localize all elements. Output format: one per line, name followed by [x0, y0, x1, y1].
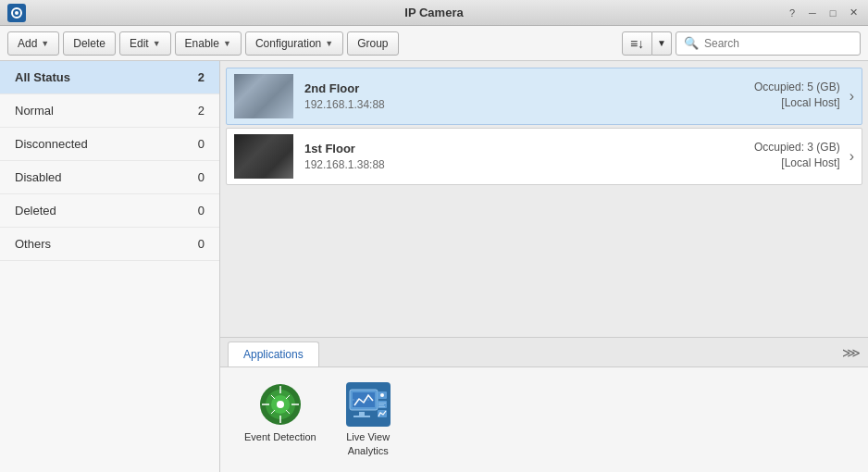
- camera-item-cam2[interactable]: 1st Floor 192.168.1.38:88 Occupied: 3 (G…: [226, 128, 862, 185]
- sidebar-item-count-all-status: 2: [198, 70, 205, 84]
- applications-panel: Applications ⋙ Event Detection: [220, 337, 868, 472]
- sidebar-item-count-deleted: 0: [198, 204, 205, 217]
- svg-point-2: [15, 11, 19, 15]
- delete-button[interactable]: Delete: [63, 31, 116, 56]
- app-label-event-detection: Event Detection: [244, 430, 316, 443]
- camera-occupied-cam1: Occupied: 5 (GB): [754, 81, 840, 93]
- sort-button[interactable]: ≡↓: [622, 31, 652, 56]
- camera-name-cam2: 1st Floor: [304, 142, 754, 155]
- sidebar-item-label-disconnected: Disconnected: [15, 137, 88, 151]
- window-controls: ? ─ □ ✕: [785, 6, 861, 20]
- svg-point-23: [380, 393, 384, 397]
- maximize-button[interactable]: □: [825, 6, 840, 20]
- svg-rect-20: [359, 412, 365, 416]
- applications-collapse-icon[interactable]: ⋙: [835, 342, 868, 364]
- svg-rect-21: [353, 416, 370, 417]
- sidebar-item-count-disabled: 0: [198, 170, 205, 184]
- applications-tab-bar: Applications ⋙: [220, 338, 868, 367]
- camera-thumbnail-cam2: [234, 134, 293, 179]
- sidebar-item-label-deleted: Deleted: [15, 204, 56, 217]
- add-arrow-icon: ▼: [41, 39, 49, 48]
- content-area: 2nd Floor 192.168.1.34:88 Occupied: 5 (G…: [220, 61, 868, 472]
- app-item-event-detection[interactable]: Event Detection: [239, 377, 322, 463]
- svg-point-6: [277, 401, 284, 408]
- sidebar-item-count-normal: 2: [198, 104, 205, 118]
- sidebar-item-count-others: 0: [198, 237, 205, 251]
- app-label-live-view-analytics: Live ViewAnalytics: [346, 430, 390, 457]
- main-layout: All Status 2 Normal 2 Disconnected 0 Dis…: [0, 61, 868, 472]
- sidebar-item-others[interactable]: Others 0: [0, 228, 219, 261]
- camera-expand-cam1[interactable]: ›: [849, 88, 854, 105]
- sidebar-item-disconnected[interactable]: Disconnected 0: [0, 128, 219, 161]
- camera-meta-cam2: Occupied: 3 (GB) [Local Host]: [754, 141, 840, 172]
- minimize-button[interactable]: ─: [805, 6, 820, 20]
- add-button[interactable]: Add ▼: [7, 31, 59, 56]
- enable-button[interactable]: Enable ▼: [175, 31, 242, 56]
- edit-arrow-icon: ▼: [153, 39, 161, 48]
- sidebar-item-label-disabled: Disabled: [15, 170, 62, 184]
- sort-dropdown-button[interactable]: ▼: [652, 31, 672, 56]
- sidebar-item-label-all-status: All Status: [15, 70, 70, 84]
- camera-list: 2nd Floor 192.168.1.34:88 Occupied: 5 (G…: [220, 61, 868, 337]
- sidebar-item-normal[interactable]: Normal 2: [0, 94, 219, 128]
- applications-tab[interactable]: Applications: [228, 342, 319, 366]
- app-item-live-view-analytics[interactable]: Live ViewAnalytics: [341, 377, 396, 463]
- config-arrow-icon: ▼: [325, 39, 333, 48]
- app-title: IP Camera: [404, 6, 463, 19]
- svg-rect-27: [378, 406, 385, 407]
- camera-ip-cam1: 192.168.1.34:88: [304, 98, 754, 111]
- title-bar: IP Camera ? ─ □ ✕: [0, 0, 868, 26]
- sort-control: ≡↓ ▼: [622, 31, 672, 56]
- camera-expand-cam2[interactable]: ›: [849, 148, 854, 165]
- camera-info-cam1: 2nd Floor 192.168.1.34:88: [304, 81, 754, 111]
- applications-content: Event Detection Live ViewAnalytics: [220, 367, 868, 472]
- search-icon: 🔍: [684, 36, 699, 50]
- sidebar-item-disabled[interactable]: Disabled 0: [0, 161, 219, 194]
- configuration-button[interactable]: Configuration ▼: [245, 31, 343, 56]
- app-logo: [7, 4, 26, 22]
- sidebar-item-all-status[interactable]: All Status 2: [0, 61, 219, 94]
- camera-thumbnail-cam1: [234, 74, 293, 118]
- camera-ip-cam2: 192.168.1.38:88: [304, 158, 754, 171]
- close-button[interactable]: ✕: [846, 6, 861, 20]
- help-button[interactable]: ?: [785, 6, 800, 20]
- toolbar: Add ▼ Delete Edit ▼ Enable ▼ Configurati…: [0, 26, 868, 61]
- svg-rect-26: [378, 404, 384, 405]
- sidebar-item-label-others: Others: [15, 237, 51, 251]
- sidebar: All Status 2 Normal 2 Disconnected 0 Dis…: [0, 61, 220, 472]
- camera-info-cam2: 1st Floor 192.168.1.38:88: [304, 142, 754, 171]
- group-button[interactable]: Group: [347, 31, 398, 56]
- sidebar-item-deleted[interactable]: Deleted 0: [0, 194, 219, 228]
- app-icon-live-view-analytics: [346, 382, 391, 427]
- search-input[interactable]: [704, 37, 852, 50]
- svg-rect-25: [378, 403, 386, 404]
- camera-meta-cam1: Occupied: 5 (GB) [Local Host]: [754, 81, 840, 112]
- camera-host-cam1: [Local Host]: [754, 96, 840, 109]
- sort-icon: ≡↓: [630, 36, 644, 51]
- sidebar-item-count-disconnected: 0: [198, 137, 205, 151]
- enable-arrow-icon: ▼: [223, 39, 231, 48]
- camera-item-cam1[interactable]: 2nd Floor 192.168.1.34:88 Occupied: 5 (G…: [226, 68, 862, 125]
- camera-host-cam2: [Local Host]: [754, 156, 840, 169]
- camera-occupied-cam2: Occupied: 3 (GB): [754, 141, 840, 154]
- search-box: 🔍: [676, 31, 861, 56]
- sidebar-item-label-normal: Normal: [15, 104, 54, 118]
- edit-button[interactable]: Edit ▼: [119, 31, 171, 56]
- app-icon-event-detection: [258, 382, 303, 427]
- camera-name-cam1: 2nd Floor: [304, 81, 754, 95]
